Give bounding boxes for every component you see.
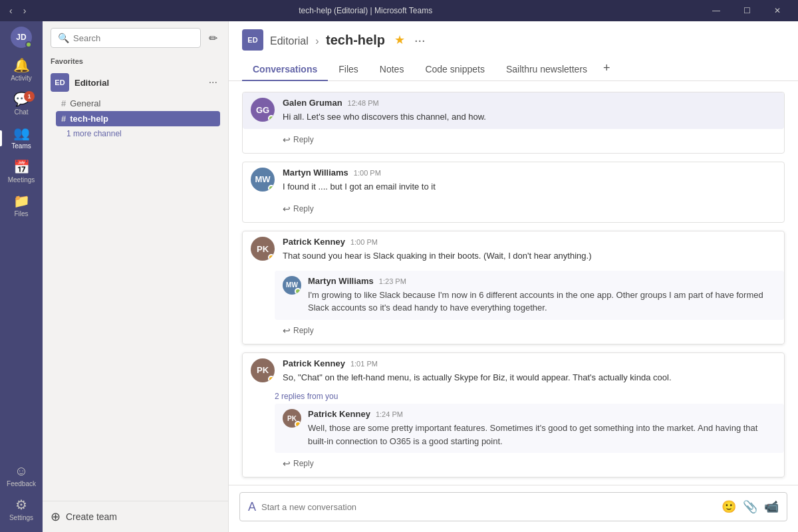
close-button[interactable]: ✕ — [762, 0, 793, 21]
tab-code-snippets[interactable]: Code snippets — [414, 59, 495, 81]
status-online-2 — [268, 185, 275, 192]
avatar-patrick-nested: PK — [283, 409, 301, 428]
message-4: PK Patrick Kenney 1:01 PM So, "Chat" on … — [243, 353, 784, 390]
channel-general-label: General — [70, 98, 100, 108]
avatar-galen-1: GG — [251, 98, 275, 122]
reply-button-4[interactable]: ↩ Reply — [283, 456, 319, 471]
nested-body-4: Patrick Kenney 1:24 PM Well, those are s… — [308, 409, 776, 448]
reply-label-1: Reply — [293, 135, 314, 144]
create-team-button[interactable]: ⊕ Create team — [43, 501, 228, 532]
rail-bottom: ☺ Feedback ⚙ Settings — [0, 459, 43, 527]
compose-box: A 🙂 📎 📹 — [239, 492, 787, 521]
reply-button-3[interactable]: ↩ Reply — [283, 323, 319, 338]
search-input[interactable] — [73, 33, 194, 43]
reply-icon-1: ↩ — [283, 134, 291, 145]
meetings-icon: 📅 — [13, 160, 30, 174]
reply-button-1[interactable]: ↩ Reply — [283, 132, 319, 148]
message-3: PK Patrick Kenney 1:00 PM That sound you… — [243, 231, 784, 268]
tab-notes[interactable]: Notes — [369, 59, 415, 81]
tab-conversations[interactable]: Conversations — [242, 59, 328, 81]
channel-tech-help[interactable]: # tech-help — [56, 111, 220, 126]
sidebar-item-teams[interactable]: 👥 Teams — [0, 121, 43, 155]
sidebar-item-settings[interactable]: ⚙ Settings — [0, 493, 43, 527]
channel-header: ED Editorial › tech-help ★ ··· Conversat… — [229, 21, 798, 81]
favorites-header: Favorites — [43, 55, 228, 66]
channel-name: tech-help — [326, 33, 385, 47]
message-header-3: Patrick Kenney 1:00 PM — [283, 237, 776, 247]
feedback-icon: ☺ — [15, 464, 28, 477]
avatar-martyn-nested: MW — [283, 276, 301, 295]
avatar-patrick-1: PK — [251, 237, 275, 261]
teams-icon: 👥 — [13, 126, 30, 140]
thread-3: PK Patrick Kenney 1:00 PM That sound you… — [242, 231, 785, 344]
search-box[interactable]: 🔍 — [51, 28, 201, 48]
attach-button[interactable]: 📎 — [743, 499, 757, 514]
video-button[interactable]: 📹 — [764, 499, 779, 514]
message-time-3: 1:00 PM — [350, 238, 378, 246]
team-header[interactable]: ED Editorial ··· — [51, 70, 220, 94]
breadcrumb-team: Editorial — [270, 35, 309, 47]
message-header-1: Galen Gruman 12:48 PM — [283, 98, 776, 108]
tab-sailthru[interactable]: Sailthru newsletters — [495, 59, 598, 81]
team-name: Editorial — [74, 78, 201, 88]
activity-icon: 🔔 — [13, 59, 30, 72]
sidebar-item-feedback[interactable]: ☺ Feedback — [0, 459, 43, 493]
team-section: ED Editorial ··· # General # tech-help 1… — [43, 66, 228, 145]
more-channels[interactable]: 1 more channel — [56, 126, 220, 141]
reply-icon-2: ↩ — [283, 203, 291, 214]
channel-hash-icon-2: # — [61, 114, 66, 124]
nav-forward-button[interactable]: › — [19, 4, 31, 17]
channel-list: # General # tech-help 1 more channel — [51, 96, 220, 141]
nested-time-4: 1:24 PM — [376, 410, 403, 418]
emoji-button[interactable]: 🙂 — [722, 499, 736, 514]
breadcrumb: Editorial › tech-help — [270, 33, 385, 48]
status-online — [268, 115, 275, 122]
minimize-button[interactable]: — — [701, 0, 732, 21]
sidebar-search-area: 🔍 ✏ — [43, 21, 228, 55]
add-tab-button[interactable]: + — [598, 56, 616, 80]
tab-files[interactable]: Files — [328, 59, 369, 81]
sender-name-2: Martyn Williams — [283, 168, 348, 178]
reply-icon-3: ↩ — [283, 325, 291, 336]
breadcrumb-sep: › — [315, 35, 322, 47]
reply-label-2: Reply — [293, 204, 314, 213]
maximize-button[interactable]: ☐ — [732, 0, 762, 21]
titlebar: ‹ › tech-help (Editorial) | Microsoft Te… — [0, 0, 798, 21]
files-label: Files — [14, 210, 28, 217]
app-container: JD 🔔 Activity 💬 Chat 1 👥 Teams 📅 Meeting… — [0, 21, 798, 532]
sender-name-1: Galen Gruman — [283, 98, 342, 108]
sidebar-item-files[interactable]: 📁 Files — [0, 189, 43, 223]
message-text-1: Hi all. Let's see who discovers this cha… — [283, 110, 776, 124]
compose-button[interactable]: ✏ — [206, 29, 220, 47]
messages-area[interactable]: GG Galen Gruman 12:48 PM Hi all. Let's s… — [229, 81, 798, 485]
titlebar-left: ‹ › — [5, 4, 30, 17]
channel-general[interactable]: # General — [56, 96, 220, 111]
reply-button-2[interactable]: ↩ Reply — [283, 201, 319, 217]
format-text-icon[interactable]: A — [248, 500, 256, 514]
compose-input[interactable] — [261, 502, 716, 512]
channel-tabs: Conversations Files Notes Code snippets … — [242, 56, 785, 80]
sender-name-3: Patrick Kenney — [283, 237, 345, 247]
sidebar-item-activity[interactable]: 🔔 Activity — [0, 53, 43, 87]
sender-name-4: Patrick Kenney — [283, 358, 345, 368]
message-time-1: 12:48 PM — [348, 99, 379, 107]
titlebar-title: tech-help (Editorial) | Microsoft Teams — [30, 6, 701, 15]
settings-icon: ⚙ — [15, 498, 27, 511]
status-warning-1 — [268, 254, 275, 261]
status-dot — [25, 41, 32, 48]
favorite-star-icon[interactable]: ★ — [394, 33, 405, 47]
nested-sender-3: Martyn Williams — [308, 276, 374, 286]
sidebar-item-chat[interactable]: 💬 Chat 1 — [0, 87, 43, 121]
reply-icon-4: ↩ — [283, 458, 291, 469]
nav-back-button[interactable]: ‹ — [5, 4, 17, 17]
channel-more-button[interactable]: ··· — [414, 33, 426, 48]
message-text-3: That sound you hear is Slack quaking in … — [283, 249, 776, 263]
activity-label: Activity — [11, 74, 32, 82]
reply-label-3: Reply — [293, 326, 314, 335]
sidebar-item-meetings[interactable]: 📅 Meetings — [0, 155, 43, 189]
avatar-patrick-2: PK — [251, 358, 275, 382]
user-avatar[interactable]: JD — [11, 27, 32, 48]
replies-count-4[interactable]: 2 replies from you — [275, 392, 784, 401]
team-more-button[interactable]: ··· — [206, 75, 220, 90]
channel-hash-icon: # — [61, 98, 66, 108]
